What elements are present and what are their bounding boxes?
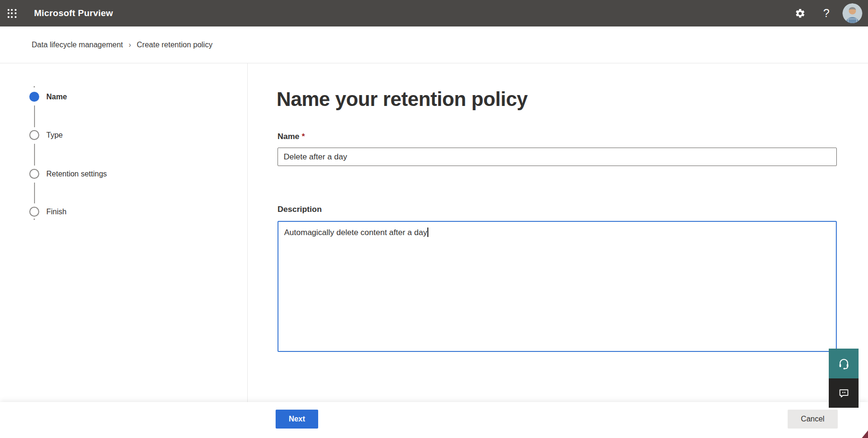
breadcrumb-bar: Data lifecycle management › Create reten… [0, 26, 868, 63]
waffle-icon [8, 9, 17, 18]
step-label-retention-settings: Retention settings [46, 170, 107, 178]
breadcrumb-separator-icon: › [129, 41, 131, 49]
policy-description-textarea[interactable]: Automagically delete content after a day [278, 221, 837, 352]
step-indicator-finish [29, 207, 39, 217]
step-indicator-name [29, 92, 39, 102]
help-button[interactable]: ? [816, 3, 837, 24]
settings-button[interactable] [790, 3, 810, 24]
step-label-type: Type [46, 131, 63, 140]
step-label-name: Name [46, 93, 67, 101]
app-launcher-button[interactable] [0, 0, 24, 26]
topbar-actions: ? [790, 0, 862, 26]
chat-feedback-icon [838, 387, 850, 399]
name-label-text: Name [278, 132, 299, 141]
account-avatar[interactable] [842, 3, 862, 23]
step-indicator-retention-settings [29, 169, 39, 179]
support-button[interactable] [829, 349, 859, 378]
text-caret [427, 228, 428, 237]
rail-end-tick [34, 219, 35, 220]
description-text: Automagically delete content after a day [284, 228, 427, 237]
avatar-photo [842, 3, 862, 23]
headset-icon [837, 357, 851, 370]
step-connector [34, 144, 35, 166]
content-divider [247, 63, 248, 402]
help-icon: ? [823, 8, 829, 19]
app-title: Microsoft Purview [34, 8, 113, 18]
next-button[interactable]: Next [276, 410, 318, 429]
policy-name-input[interactable] [278, 148, 837, 166]
name-field-label: Name* [278, 132, 305, 141]
purview-create-retention-policy-page: Microsoft Purview ? [0, 0, 868, 438]
corner-cursor-artifact [862, 430, 868, 438]
breadcrumb: Data lifecycle management › Create reten… [32, 41, 212, 49]
cancel-button[interactable]: Cancel [788, 410, 838, 429]
breadcrumb-item-data-lifecycle-management[interactable]: Data lifecycle management [32, 41, 123, 49]
step-connector [34, 105, 35, 127]
rail-start-tick [34, 86, 35, 88]
step-connector [34, 183, 35, 203]
breadcrumb-item-create-retention-policy: Create retention policy [137, 41, 212, 49]
gear-icon [795, 8, 806, 19]
required-asterisk: * [302, 132, 305, 141]
step-indicator-type [29, 130, 39, 140]
feedback-button[interactable] [829, 378, 859, 408]
wizard-footer: Next Cancel [0, 402, 868, 438]
description-field-label: Description [278, 205, 322, 214]
page-title: Name your retention policy [277, 88, 528, 111]
step-label-finish: Finish [46, 208, 67, 216]
top-app-bar: Microsoft Purview ? [0, 0, 868, 26]
